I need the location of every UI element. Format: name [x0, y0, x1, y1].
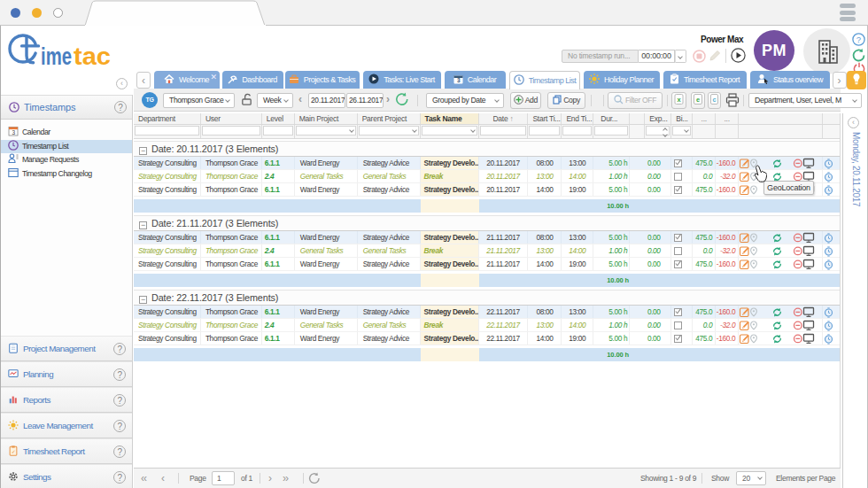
svg-text:ime: ime — [41, 43, 72, 70]
svg-text:?: ? — [856, 35, 861, 44]
svg-text:e: e — [696, 96, 700, 104]
svg-text:c: c — [713, 96, 717, 104]
svg-text:✓: ✓ — [12, 449, 16, 454]
svg-text:tac: tac — [74, 43, 111, 70]
